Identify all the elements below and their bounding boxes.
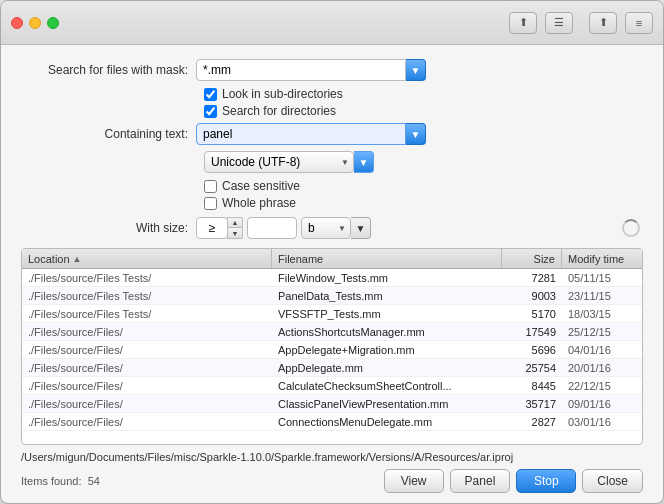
- size-unit-select[interactable]: b kb mb gb: [301, 217, 351, 239]
- td-filename: ActionsShortcutsManager.mm: [272, 325, 502, 339]
- size-operator-value: ≥: [209, 221, 216, 235]
- td-location: ./Files/source/Files/: [22, 397, 272, 411]
- td-modify: 25/12/15: [562, 325, 642, 339]
- td-location: ./Files/source/Files/: [22, 379, 272, 393]
- stop-button[interactable]: Stop: [516, 469, 576, 493]
- table-header: Location ▲ Filename Size Modify time: [22, 249, 642, 269]
- look-subdirs-label[interactable]: Look in sub-directories: [222, 87, 343, 101]
- td-filename: ConnectionsMenuDelegate.mm: [272, 415, 502, 429]
- look-subdirs-row: Look in sub-directories: [204, 87, 643, 101]
- look-subdirs-checkbox[interactable]: [204, 88, 217, 101]
- table-row[interactable]: ./Files/source/Files/ ClassicPanelViewPr…: [22, 395, 642, 413]
- td-size: 8445: [502, 379, 562, 393]
- share-button-right[interactable]: ⬆: [589, 12, 617, 34]
- share-button[interactable]: ⬆: [509, 12, 537, 34]
- case-sensitive-row: Case sensitive: [204, 179, 643, 193]
- case-sensitive-label[interactable]: Case sensitive: [222, 179, 300, 193]
- td-location: ./Files/source/Files Tests/: [22, 307, 272, 321]
- td-location: ./Files/source/Files/: [22, 325, 272, 339]
- containing-input[interactable]: [196, 123, 406, 145]
- th-size[interactable]: Size: [502, 249, 562, 268]
- td-filename: AppDelegate.mm: [272, 361, 502, 375]
- whole-phrase-row: Whole phrase: [204, 196, 643, 210]
- td-modify: 18/03/15: [562, 307, 642, 321]
- table-row[interactable]: ./Files/source/Files/ AppDelegate+Migrat…: [22, 341, 642, 359]
- mask-input-group: ▼: [196, 59, 426, 81]
- containing-row: Containing text: ▼: [21, 123, 643, 145]
- td-size: 35717: [502, 397, 562, 411]
- chevron-down-icon-enc: ▼: [359, 157, 369, 168]
- share-icon-right: ⬆: [599, 16, 608, 29]
- th-modify[interactable]: Modify time: [562, 249, 642, 268]
- td-filename: ClassicPanelViewPresentation.mm: [272, 397, 502, 411]
- td-modify: 04/01/16: [562, 343, 642, 357]
- td-size: 5170: [502, 307, 562, 321]
- panel-button[interactable]: Panel: [450, 469, 511, 493]
- close-button[interactable]: [11, 17, 23, 29]
- containing-dropdown-btn[interactable]: ▼: [406, 123, 426, 145]
- table-row[interactable]: ./Files/source/Files Tests/ FileWindow_T…: [22, 269, 642, 287]
- content-area: Search for files with mask: ▼ Look in su…: [1, 45, 663, 503]
- view-button[interactable]: View: [384, 469, 444, 493]
- stepper-down[interactable]: ▼: [227, 228, 243, 239]
- td-size: 9003: [502, 289, 562, 303]
- td-modify: 23/11/15: [562, 289, 642, 303]
- td-filename: CalculateChecksumSheetControll...: [272, 379, 502, 393]
- size-operator-stepper: ▲ ▼: [227, 217, 243, 239]
- th-filename[interactable]: Filename: [272, 249, 502, 268]
- mask-input[interactable]: [196, 59, 406, 81]
- mask-dropdown-btn[interactable]: ▼: [406, 59, 426, 81]
- whole-phrase-label[interactable]: Whole phrase: [222, 196, 296, 210]
- filepath-bar: /Users/migun/Documents/Files/misc/Sparkl…: [21, 449, 643, 465]
- table-row[interactable]: ./Files/source/Files/ ConnectionsMenuDel…: [22, 413, 642, 431]
- items-found: Items found: 54: [21, 475, 378, 487]
- size-number-input[interactable]: [247, 217, 297, 239]
- search-dirs-row: Search for directories: [204, 104, 643, 118]
- encoding-select[interactable]: Unicode (UTF-8) ASCII UTF-16: [204, 151, 354, 173]
- td-modify: 20/01/16: [562, 361, 642, 375]
- td-location: ./Files/source/Files Tests/: [22, 289, 272, 303]
- size-operator-selector[interactable]: ≥: [196, 217, 228, 239]
- case-sensitive-checkbox[interactable]: [204, 180, 217, 193]
- share-icon: ⬆: [519, 16, 528, 29]
- options-row: Case sensitive Whole phrase: [204, 179, 643, 210]
- encoding-select-wrapper: Unicode (UTF-8) ASCII UTF-16: [204, 151, 354, 173]
- table-row[interactable]: ./Files/source/Files Tests/ VFSSFTP_Test…: [22, 305, 642, 323]
- maximize-button[interactable]: [47, 17, 59, 29]
- td-filename: VFSSFTP_Tests.mm: [272, 307, 502, 321]
- size-unit-wrapper: b kb mb gb: [301, 217, 351, 239]
- loading-spinner: [622, 219, 640, 237]
- table-row[interactable]: ./Files/source/Files/ CalculateChecksumS…: [22, 377, 642, 395]
- loading-spinner-area: [619, 216, 643, 240]
- menu-icon: ≡: [636, 17, 642, 29]
- td-size: 17549: [502, 325, 562, 339]
- bottom-bar: Items found: 54 View Panel Stop Close: [21, 469, 643, 493]
- menu-button[interactable]: ≡: [625, 12, 653, 34]
- table-row[interactable]: ./Files/source/Files/ AppDelegate.mm 257…: [22, 359, 642, 377]
- th-location[interactable]: Location ▲: [22, 249, 272, 268]
- encoding-dropdown-btn[interactable]: ▼: [354, 151, 374, 173]
- table-body: ./Files/source/Files Tests/ FileWindow_T…: [22, 269, 642, 444]
- stepper-up[interactable]: ▲: [227, 217, 243, 228]
- list-button[interactable]: ☰: [545, 12, 573, 34]
- titlebar: ⬆ ☰ ⬆ ≡: [1, 1, 663, 45]
- size-unit-dropdown-btn[interactable]: ▼: [351, 217, 371, 239]
- table-row[interactable]: ./Files/source/Files/ ActionsShortcutsMa…: [22, 323, 642, 341]
- td-modify: 09/01/16: [562, 397, 642, 411]
- search-dirs-label[interactable]: Search for directories: [222, 104, 336, 118]
- td-location: ./Files/source/Files/: [22, 361, 272, 375]
- td-location: ./Files/source/Files Tests/: [22, 271, 272, 285]
- sort-asc-icon: ▲: [73, 254, 82, 264]
- chevron-down-icon: ▼: [411, 65, 421, 76]
- close-button-bottom[interactable]: Close: [582, 469, 643, 493]
- td-size: 7281: [502, 271, 562, 285]
- size-row: With size: ≥ ▲ ▼ b kb mb gb ▼: [21, 216, 643, 240]
- whole-phrase-checkbox[interactable]: [204, 197, 217, 210]
- chevron-down-icon-contain: ▼: [411, 129, 421, 140]
- chevron-down-icon-size: ▼: [356, 223, 366, 234]
- search-dirs-checkbox[interactable]: [204, 105, 217, 118]
- td-filename: AppDelegate+Migration.mm: [272, 343, 502, 357]
- table-row[interactable]: ./Files/source/Files Tests/ PanelData_Te…: [22, 287, 642, 305]
- results-table: Location ▲ Filename Size Modify time ./F…: [21, 248, 643, 445]
- minimize-button[interactable]: [29, 17, 41, 29]
